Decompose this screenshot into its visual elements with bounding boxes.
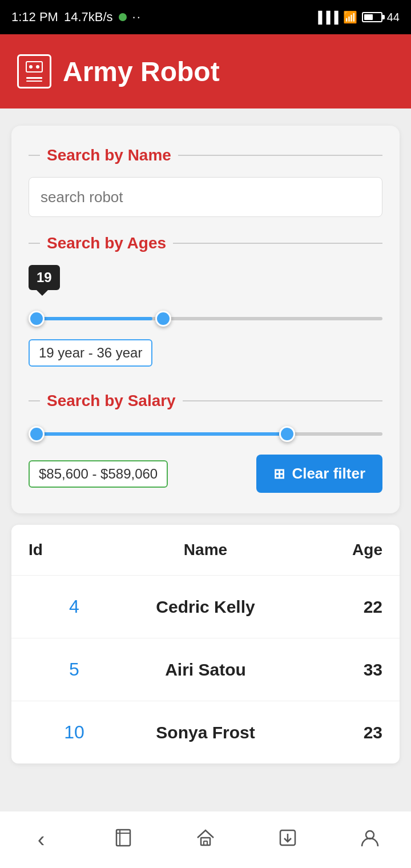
robot-face-icon — [26, 61, 43, 73]
filter-card: Search by Name Search by Ages 19 19 year… — [11, 126, 400, 513]
search-salary-header: Search by Salary — [29, 392, 382, 410]
cell-age-0: 22 — [291, 597, 382, 617]
cell-age-2: 23 — [291, 723, 382, 742]
app-logo — [17, 54, 51, 89]
age-slider-thumb-right[interactable] — [155, 311, 171, 327]
salary-slider-thumb-left[interactable] — [29, 426, 45, 442]
section-line-left — [29, 155, 40, 156]
bottom-navigation: ‹ — [0, 811, 411, 868]
section-age-line-left — [29, 243, 40, 244]
cell-name-2: Sonya Frost — [120, 723, 291, 742]
status-right: ▐▐▐ 📶 44 — [314, 10, 400, 24]
nav-home-button[interactable] — [183, 817, 228, 863]
col-header-age: Age — [291, 541, 382, 559]
home-icon — [195, 827, 216, 853]
search-robot-input[interactable] — [29, 177, 382, 217]
nav-download-button[interactable] — [265, 817, 311, 863]
clear-filter-button[interactable]: ⊞ Clear filter — [256, 455, 382, 493]
profile-icon — [360, 827, 380, 853]
nav-book-button[interactable] — [100, 817, 146, 863]
book-icon — [113, 827, 134, 853]
section-age-line-right — [173, 243, 382, 244]
battery-icon — [362, 12, 382, 22]
cell-id-1: 5 — [29, 659, 120, 680]
salary-range-badge: $85,600 - $589,060 — [29, 460, 168, 488]
salary-row: $85,600 - $589,060 ⊞ Clear filter — [29, 455, 382, 493]
status-dot — [119, 13, 127, 21]
status-dots: ·· — [132, 10, 142, 25]
main-content: Search by Name Search by Ages 19 19 year… — [0, 108, 411, 811]
nav-profile-button[interactable] — [347, 817, 393, 863]
cell-id-2: 10 — [29, 722, 120, 743]
app-header: Army Robot — [0, 34, 411, 108]
cell-name-1: Airi Satou — [120, 660, 291, 680]
search-name-title: Search by Name — [47, 146, 171, 164]
table-row: 4 Cedric Kelly 22 — [11, 576, 400, 638]
signal-icon: ▐▐▐ — [314, 11, 339, 24]
col-header-name: Name — [120, 541, 291, 559]
age-range-badge: 19 year - 36 year — [29, 339, 152, 367]
search-salary-title: Search by Salary — [47, 392, 176, 410]
status-left: 1:12 PM 14.7kB/s ·· — [11, 10, 142, 25]
search-age-title: Search by Ages — [47, 234, 166, 252]
cell-name-0: Cedric Kelly — [120, 597, 291, 617]
salary-slider[interactable] — [29, 423, 382, 445]
age-slider-thumb-left[interactable] — [29, 311, 45, 327]
back-icon: ‹ — [38, 827, 45, 852]
download-icon — [277, 827, 298, 853]
robot-body-lines — [26, 77, 42, 82]
age-tooltip: 19 — [29, 265, 60, 290]
nav-back-button[interactable]: ‹ — [18, 817, 64, 863]
wifi-icon: 📶 — [343, 10, 357, 24]
section-line-right — [178, 155, 382, 156]
section-salary-line-right — [183, 400, 382, 401]
section-salary-line-left — [29, 400, 40, 401]
cell-age-1: 33 — [291, 660, 382, 680]
clear-filter-label: Clear filter — [292, 465, 365, 483]
table-header: Id Name Age — [11, 525, 400, 576]
robot-eye-right — [36, 65, 39, 69]
status-bar: 1:12 PM 14.7kB/s ·· ▐▐▐ 📶 44 — [0, 0, 411, 34]
age-slider[interactable] — [29, 307, 382, 330]
search-name-header: Search by Name — [29, 146, 382, 164]
search-age-header: Search by Ages — [29, 234, 382, 252]
col-header-id: Id — [29, 541, 120, 559]
table-row: 10 Sonya Frost 23 — [11, 701, 400, 763]
svg-rect-0 — [116, 830, 130, 846]
status-network: 14.7kB/s — [64, 10, 113, 25]
app-title: Army Robot — [63, 56, 220, 87]
age-slider-fill — [37, 317, 152, 320]
salary-slider-thumb-right[interactable] — [279, 426, 295, 442]
status-time: 1:12 PM — [11, 10, 58, 25]
robot-eye-left — [29, 65, 33, 69]
filter-icon: ⊞ — [273, 466, 285, 482]
cell-id-0: 4 — [29, 596, 120, 617]
data-table: Id Name Age 4 Cedric Kelly 22 5 Airi Sat… — [11, 525, 400, 763]
salary-slider-fill — [37, 432, 287, 436]
battery-level: 44 — [387, 11, 400, 24]
search-input-wrapper[interactable] — [29, 177, 382, 217]
table-row: 5 Airi Satou 33 — [11, 638, 400, 701]
